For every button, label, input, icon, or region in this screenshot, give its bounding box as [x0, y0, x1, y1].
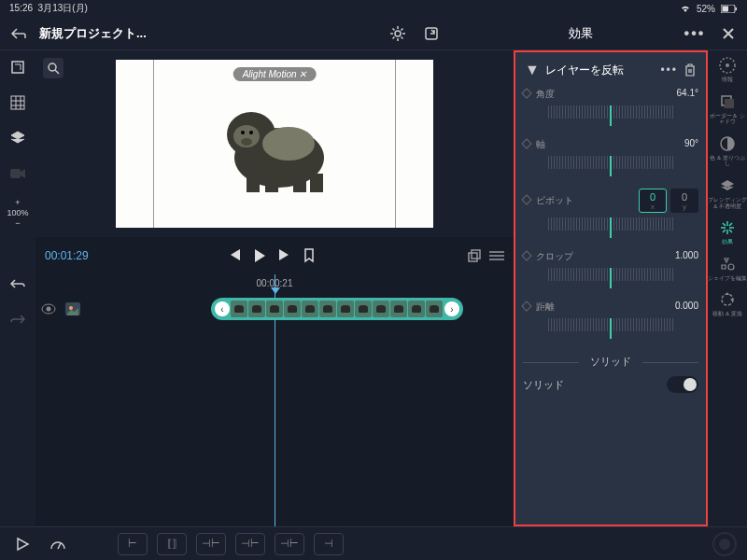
magnify-button[interactable] — [43, 58, 63, 78]
info-tool[interactable]: 情報 — [718, 56, 737, 83]
shape-edit-tool[interactable]: シェイプを編集 — [708, 255, 747, 282]
svg-point-13 — [249, 131, 253, 134]
close-panel-button[interactable] — [715, 21, 741, 47]
status-bar: 15:26 3月13日(月) 52% — [0, 0, 747, 17]
crop-slider[interactable] — [523, 265, 698, 291]
delete-effect-button[interactable] — [684, 63, 697, 77]
project-title: 新規プロジェクト... — [39, 25, 147, 42]
svg-rect-21 — [472, 250, 480, 259]
svg-rect-18 — [310, 174, 323, 192]
panel-title: 効果 — [487, 25, 674, 42]
settings-button[interactable] — [385, 21, 411, 47]
track-thumb-icon[interactable] — [65, 302, 84, 315]
bookmark-button[interactable] — [303, 248, 315, 263]
distance-slider[interactable] — [523, 315, 698, 342]
redo-button[interactable] — [7, 308, 29, 330]
timeline[interactable]: 00:00:21 ‹ › — [35, 274, 514, 526]
effect-more-button[interactable]: ••• — [660, 63, 678, 77]
prev-keyframe-button[interactable] — [227, 248, 242, 263]
keyframe-toggle-angle[interactable] — [521, 88, 531, 98]
svg-rect-6 — [11, 96, 24, 109]
track-row: ‹ › — [35, 295, 514, 323]
play-button[interactable] — [253, 248, 266, 263]
split-button[interactable]: ⊣⊢ — [235, 533, 265, 555]
pivot-slider[interactable] — [523, 215, 698, 241]
axis-value[interactable]: 90° — [684, 138, 698, 151]
svg-point-3 — [395, 31, 401, 36]
export-button[interactable] — [418, 21, 444, 47]
play-outline-button[interactable] — [9, 531, 35, 557]
canvas[interactable]: Alight Motion ✕ — [116, 60, 433, 228]
preview-area[interactable]: Alight Motion ✕ — [35, 50, 514, 237]
clip-end-handle[interactable]: › — [444, 301, 459, 316]
border-shadow-tool[interactable]: ボーダー＆ シャドウ — [708, 92, 747, 125]
zoom-value: 100% — [7, 208, 28, 218]
layers-tool[interactable] — [7, 127, 29, 149]
zoom-out[interactable]: − — [7, 218, 28, 229]
clip-thumbnails — [231, 301, 444, 317]
angle-slider[interactable] — [523, 103, 698, 129]
param-axis: 軸90° — [523, 136, 698, 179]
speed-button[interactable] — [45, 531, 71, 557]
trim-start-button[interactable]: ⊢ — [118, 533, 148, 555]
axis-label: 軸 — [536, 139, 545, 149]
video-clip[interactable]: ‹ › — [211, 298, 463, 320]
effect-title: レイヤーを反転 — [545, 63, 655, 78]
svg-point-14 — [241, 138, 252, 146]
record-indicator — [712, 531, 738, 557]
pivot-x-input[interactable]: 0x — [639, 189, 667, 213]
clip-start-handle[interactable]: ‹ — [215, 301, 230, 316]
copy-button[interactable] — [467, 248, 482, 263]
effect-header: ▼ レイヤーを反転 ••• — [523, 56, 698, 84]
color-fill-tool[interactable]: 色 & 塗りつぶし — [708, 134, 747, 167]
trim-end-button[interactable]: ⊣ — [314, 533, 344, 555]
svg-rect-5 — [12, 62, 23, 73]
split-left-button[interactable]: ⊣⊢ — [196, 533, 226, 555]
transform-tool[interactable]: 移動 & 変換 — [712, 290, 741, 317]
timecode: 00:01:29 — [45, 249, 120, 262]
svg-point-23 — [47, 307, 51, 312]
keyframe-toggle-crop[interactable] — [521, 250, 531, 260]
svg-rect-7 — [10, 169, 21, 178]
panel-more-button[interactable]: ••• — [682, 21, 708, 47]
zoom-in[interactable]: + — [7, 198, 28, 208]
battery-text: 52% — [697, 4, 715, 14]
distance-value[interactable]: 0.000 — [675, 301, 698, 314]
param-crop: クロップ1.000 — [523, 248, 698, 291]
crop-value[interactable]: 1.000 — [675, 250, 698, 263]
blend-tool[interactable]: ブレンディング & 不透明度 — [708, 176, 747, 209]
pivot-y-input[interactable]: 0y — [670, 189, 698, 213]
svg-rect-29 — [725, 99, 734, 108]
keyframe-toggle-axis[interactable] — [521, 138, 531, 148]
svg-rect-2 — [736, 7, 738, 10]
top-bar: 新規プロジェクト... 効果 ••• — [0, 17, 747, 50]
pivot-label: ピボット — [536, 195, 573, 205]
svg-point-27 — [726, 63, 729, 67]
collapse-icon[interactable]: ▼ — [525, 62, 540, 78]
crop-tool[interactable] — [7, 56, 29, 78]
back-button[interactable] — [6, 21, 32, 47]
watermark: Alight Motion ✕ — [233, 67, 317, 81]
solid-toggle[interactable] — [667, 376, 698, 393]
status-date: 3月13日(月) — [38, 3, 88, 13]
svg-point-19 — [262, 127, 315, 161]
svg-point-8 — [49, 63, 56, 71]
param-angle: 角度64.1° — [523, 86, 698, 129]
bottom-bar: ⊢ ⟦⟧ ⊣⊢ ⊣⊢ ⊣⊢ ⊣ — [0, 526, 747, 560]
effects-tool[interactable]: 効果 — [718, 218, 737, 245]
undo-button[interactable] — [7, 273, 29, 295]
svg-rect-15 — [247, 172, 260, 192]
svg-rect-20 — [469, 253, 477, 261]
menu-button[interactable] — [489, 250, 504, 261]
keyframe-toggle-pivot[interactable] — [521, 194, 531, 204]
axis-slider[interactable] — [523, 153, 698, 179]
next-keyframe-button[interactable] — [277, 248, 292, 263]
zoom-control[interactable]: + 100% − — [7, 198, 28, 228]
trim-group-button[interactable]: ⟦⟧ — [157, 533, 187, 555]
split-right-button[interactable]: ⊣⊢ — [275, 533, 304, 555]
visibility-icon[interactable] — [41, 303, 60, 315]
angle-value[interactable]: 64.1° — [677, 88, 698, 101]
grid-tool[interactable] — [7, 91, 29, 114]
keyframe-toggle-distance[interactable] — [521, 301, 531, 311]
camera-tool[interactable] — [7, 162, 29, 185]
